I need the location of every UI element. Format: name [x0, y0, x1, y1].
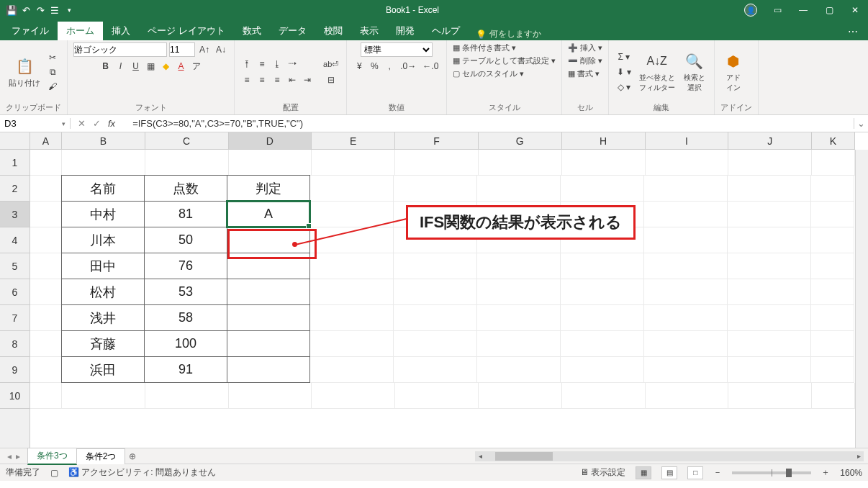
row-header[interactable]: 6: [0, 279, 30, 305]
cell[interactable]: [310, 305, 394, 331]
cell[interactable]: [227, 330, 310, 357]
vertical-scrollbar[interactable]: [855, 150, 868, 448]
touch-mode-icon[interactable]: ☰: [49, 4, 60, 16]
cell[interactable]: [644, 331, 728, 357]
cell[interactable]: [30, 150, 62, 176]
col-header[interactable]: H: [562, 132, 646, 149]
macro-record-icon[interactable]: ▢: [50, 468, 58, 478]
row-header[interactable]: 9: [0, 357, 30, 383]
horizontal-scrollbar[interactable]: ◂▸: [140, 451, 868, 461]
redo-icon[interactable]: ↷: [35, 4, 46, 16]
qat-dropdown-icon[interactable]: ▾: [63, 4, 75, 16]
sheet-tab[interactable]: 条件3つ: [27, 448, 77, 465]
wrap-text-button[interactable]: ab⏎: [321, 58, 340, 71]
row-header[interactable]: 1: [0, 150, 30, 176]
tab-home[interactable]: ホーム: [58, 22, 103, 40]
dropdown-icon[interactable]: ▾: [62, 120, 65, 127]
row-header[interactable]: 3: [0, 202, 30, 227]
zoom-out-button[interactable]: －: [713, 466, 722, 479]
underline-button[interactable]: U: [130, 60, 143, 73]
cell[interactable]: [310, 357, 394, 383]
cell[interactable]: 斉藤: [61, 330, 145, 357]
col-header[interactable]: A: [30, 132, 62, 149]
cell[interactable]: [312, 150, 395, 176]
maximize-button[interactable]: ▢: [816, 0, 842, 20]
cell[interactable]: [145, 383, 229, 409]
cell[interactable]: [394, 279, 477, 305]
increase-indent-button[interactable]: ⇥: [301, 73, 314, 86]
display-settings-button[interactable]: 🖥 表示設定: [580, 466, 625, 479]
tab-file[interactable]: ファイル: [3, 22, 58, 40]
cell[interactable]: [561, 357, 644, 383]
cell[interactable]: [30, 383, 62, 409]
align-bottom-button[interactable]: ⭳: [271, 58, 284, 71]
cell[interactable]: [30, 331, 62, 357]
cell[interactable]: [479, 383, 562, 409]
sheet-nav-next-icon[interactable]: ▸: [16, 451, 20, 461]
conditional-formatting-button[interactable]: ▦条件付き書式 ▾: [453, 42, 516, 53]
cell[interactable]: 浜田: [61, 356, 145, 383]
cell[interactable]: [145, 150, 229, 176]
enter-formula-icon[interactable]: ✓: [93, 118, 101, 129]
user-avatar[interactable]: 👤: [744, 4, 757, 17]
cell[interactable]: [728, 279, 811, 305]
percent-format-button[interactable]: %: [368, 60, 381, 73]
number-format-select[interactable]: 標準: [361, 42, 433, 57]
fill-color-button[interactable]: ◆: [160, 60, 173, 73]
cell[interactable]: 50: [144, 227, 227, 253]
zoom-in-button[interactable]: ＋: [821, 466, 830, 479]
cell[interactable]: [812, 150, 855, 176]
tab-view[interactable]: 表示: [351, 22, 387, 40]
fill-button[interactable]: ⬇ ▾: [615, 65, 633, 78]
cell[interactable]: [394, 176, 477, 202]
share-button[interactable]: ⋯: [841, 23, 865, 40]
cell[interactable]: 名前: [61, 175, 145, 202]
cell[interactable]: [477, 176, 561, 202]
col-header[interactable]: G: [479, 132, 562, 149]
cell[interactable]: [812, 383, 855, 409]
ribbon-options-icon[interactable]: ▭: [764, 0, 790, 20]
cell[interactable]: [30, 305, 62, 331]
cell[interactable]: [395, 150, 479, 176]
sort-filter-button[interactable]: A↓Z 並べ替えと フィルター: [636, 50, 678, 94]
find-select-button[interactable]: 🔍 検索と 選択: [681, 50, 708, 94]
cell[interactable]: [728, 202, 811, 227]
col-header[interactable]: F: [395, 132, 479, 149]
align-middle-button[interactable]: ≡: [256, 58, 268, 71]
align-right-button[interactable]: ≡: [271, 73, 284, 86]
cell[interactable]: [30, 279, 62, 305]
col-header[interactable]: D: [229, 132, 312, 149]
cell[interactable]: [646, 150, 729, 176]
col-header[interactable]: I: [646, 132, 729, 149]
cell[interactable]: [394, 331, 477, 357]
cell-styles-button[interactable]: ▢セルのスタイル ▾: [453, 68, 524, 79]
cell[interactable]: [811, 253, 854, 279]
tab-insert[interactable]: 挿入: [103, 22, 139, 40]
cell[interactable]: [811, 279, 854, 305]
tab-data[interactable]: データ: [270, 22, 315, 40]
cell[interactable]: [561, 331, 644, 357]
copy-button[interactable]: ⧉: [46, 65, 59, 78]
cell[interactable]: [30, 253, 62, 279]
expand-formula-bar-icon[interactable]: ⌄: [854, 118, 868, 129]
cell[interactable]: [561, 305, 644, 331]
cell[interactable]: 91: [144, 356, 227, 383]
col-header[interactable]: J: [728, 132, 812, 149]
cell[interactable]: [394, 253, 477, 279]
cell[interactable]: [644, 227, 728, 253]
cell[interactable]: [811, 202, 854, 227]
cell[interactable]: [728, 176, 811, 202]
cell[interactable]: [395, 383, 479, 409]
cell[interactable]: [227, 304, 310, 331]
tell-me-search[interactable]: 💡 何をしますか: [476, 28, 541, 40]
name-box[interactable]: D3 ▾: [0, 118, 71, 129]
cell[interactable]: [477, 357, 561, 383]
cell[interactable]: [728, 383, 812, 409]
cell[interactable]: [728, 305, 811, 331]
phonetic-button[interactable]: ア: [190, 60, 203, 73]
decrease-indent-button[interactable]: ⇤: [286, 73, 299, 86]
increase-font-button[interactable]: A↑: [197, 43, 212, 56]
cell[interactable]: 100: [144, 330, 227, 357]
format-painter-button[interactable]: 🖌: [46, 80, 59, 93]
tab-review[interactable]: 校閲: [315, 22, 351, 40]
